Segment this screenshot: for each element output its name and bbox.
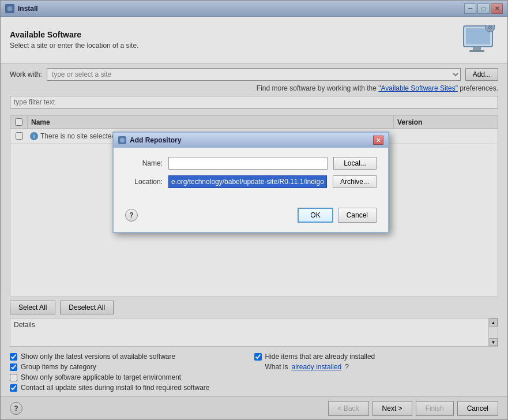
dialog-footer: ? OK Cancel — [114, 203, 388, 232]
dialog-icon — [118, 136, 126, 144]
local-button[interactable]: Local... — [333, 157, 377, 170]
modal-overlay: Add Repository ✕ Name: Local... Location… — [0, 0, 508, 420]
dialog-action-buttons: OK Cancel — [298, 208, 377, 223]
dialog-location-row: Location: Archive... — [125, 175, 377, 188]
dialog-title-bar: Add Repository ✕ — [114, 133, 388, 148]
dialog-location-input[interactable] — [168, 175, 327, 188]
svg-point-7 — [120, 138, 125, 142]
dialog-cancel-button[interactable]: Cancel — [338, 208, 377, 223]
dialog-name-row: Name: Local... — [125, 157, 377, 170]
dialog-location-label: Location: — [125, 178, 163, 186]
add-repository-dialog: Add Repository ✕ Name: Local... Location… — [112, 132, 389, 233]
dialog-title: Add Repository — [130, 136, 370, 144]
dialog-help-button[interactable]: ? — [125, 209, 138, 222]
dialog-body: Name: Local... Location: Archive... — [114, 148, 388, 203]
archive-button[interactable]: Archive... — [333, 175, 377, 188]
dialog-close-button[interactable]: ✕ — [373, 136, 383, 145]
dialog-name-input[interactable] — [168, 157, 328, 170]
dialog-ok-button[interactable]: OK — [298, 208, 333, 223]
dialog-name-label: Name: — [125, 159, 163, 167]
